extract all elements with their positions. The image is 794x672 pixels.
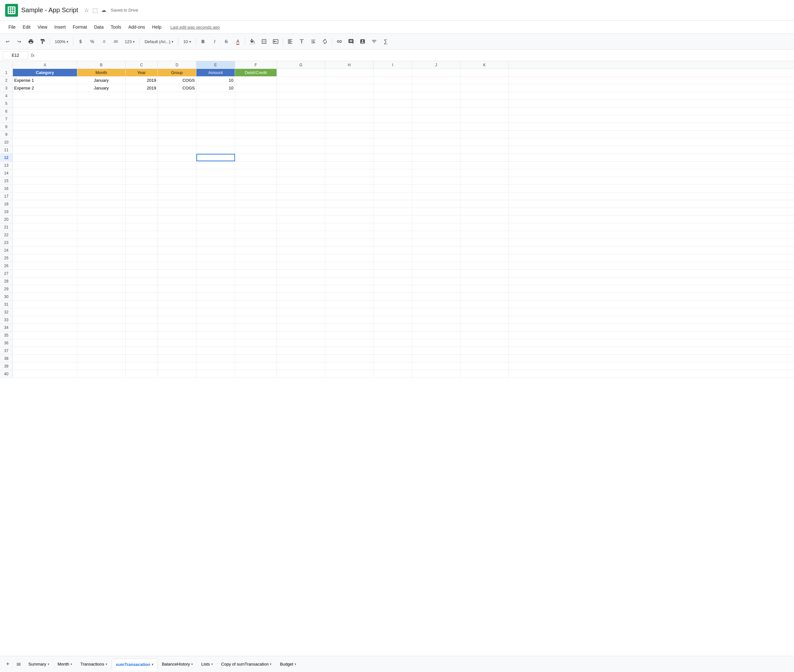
sheet-tab-month-arrow[interactable]: ▾ [71,662,72,666]
percent-button[interactable]: % [87,36,97,46]
col-header-b[interactable]: B [77,61,125,69]
cell-e3[interactable]: 10 [196,84,235,92]
text-color-button[interactable]: A [233,36,243,46]
menu-help[interactable]: Help [149,23,165,31]
currency-button[interactable]: $ [75,36,86,46]
link-button[interactable] [334,36,345,46]
cell-a4[interactable] [13,92,77,99]
cell-e2[interactable]: 10 [196,77,235,84]
star-icon[interactable]: ☆ [84,7,89,14]
redo-button[interactable]: ↪ [14,36,24,46]
col-header-g[interactable]: G [277,61,325,69]
cell-g3[interactable] [277,84,325,92]
col-header-e[interactable]: E [196,61,235,69]
menu-file[interactable]: File [5,23,19,31]
col-header-c[interactable]: C [125,61,158,69]
col-header-d[interactable]: D [158,61,196,69]
cell-a3[interactable]: Expense 2 [13,84,77,92]
comment-button[interactable] [346,36,356,46]
cell-i1[interactable] [374,69,412,76]
cell-c3[interactable]: 2019 [125,84,158,92]
menu-tools[interactable]: Tools [107,23,125,31]
cell-g4[interactable] [277,92,325,99]
valign-button[interactable] [297,36,307,46]
more-formats-dropdown[interactable]: 123 ▾ [122,36,138,46]
cell-k3[interactable] [460,84,509,92]
sheet-tab-lists[interactable]: Lists ▾ [197,659,217,670]
cell-i3[interactable] [374,84,412,92]
rotate-button[interactable] [320,36,330,46]
sheet-tab-copy-sumtransacation[interactable]: Copy of sumTransacation ▾ [217,659,276,670]
cell-f1[interactable]: Debit/Credit [235,69,277,76]
bold-button[interactable]: B [198,36,209,46]
folder-icon[interactable]: ⬚ [92,7,98,14]
cell-f2[interactable] [235,77,277,84]
cell-b3[interactable]: January [77,84,125,92]
cell-b2[interactable]: January [77,77,125,84]
cell-reference-input[interactable]: E12 [3,51,28,59]
zoom-dropdown[interactable]: 100% ▾ [52,36,71,46]
cell-h3[interactable] [325,84,374,92]
cell-e1[interactable]: Amount [196,69,235,76]
sheet-tab-budget-arrow[interactable]: ▾ [295,662,296,666]
font-size-dropdown[interactable]: 10 ▾ [180,36,194,46]
cell-c4[interactable] [125,92,158,99]
all-sheets-menu-button[interactable] [13,659,24,669]
sheet-tab-summary[interactable]: Summary ▾ [24,659,53,670]
fill-color-button[interactable] [247,36,258,46]
sheet-tab-transactions-arrow[interactable]: ▾ [106,662,107,666]
add-sheet-button[interactable]: + [3,659,13,669]
sheet-tab-budget[interactable]: Budget ▾ [276,659,300,670]
sheet-tab-summary-arrow[interactable]: ▾ [48,662,49,666]
sheet-tab-copy-sumtransacation-arrow[interactable]: ▾ [270,662,271,666]
strikethrough-button[interactable]: S [221,36,231,46]
sheet-tab-balancehistory[interactable]: BalanceHistory ▾ [158,659,197,670]
col-header-h[interactable]: H [325,61,374,69]
formula-input[interactable] [37,51,791,59]
cell-i2[interactable] [374,77,412,84]
cell-f3[interactable] [235,84,277,92]
menu-edit[interactable]: Edit [20,23,34,31]
sheet-tab-lists-arrow[interactable]: ▾ [211,662,213,666]
print-button[interactable] [26,36,36,46]
undo-button[interactable]: ↩ [3,36,13,46]
menu-addons[interactable]: Add-ons [125,23,148,31]
cell-j3[interactable] [412,84,460,92]
font-dropdown[interactable]: Default (Ari...) ▾ [142,36,176,46]
borders-button[interactable] [259,36,269,46]
cell-a2[interactable]: Expense 1 [13,77,77,84]
col-header-k[interactable]: K [460,61,509,69]
cell-d2[interactable]: COGS [158,77,196,84]
sheet-tab-month[interactable]: Month ▾ [54,659,76,670]
sheet-tab-sumtransacation[interactable]: sumTransacation ▾ [112,659,157,670]
dec-two-button[interactable]: .00 [110,36,120,46]
function-button[interactable]: ∑ [380,36,391,46]
col-header-i[interactable]: I [374,61,412,69]
cell-c2[interactable]: 2019 [125,77,158,84]
cell-j2[interactable] [412,77,460,84]
wrap-button[interactable] [308,36,318,46]
cell-b1[interactable]: Month [77,69,125,76]
cell-e4[interactable] [196,92,235,99]
sheet-tab-sumtransacation-arrow[interactable]: ▾ [152,663,153,666]
cell-j1[interactable] [412,69,460,76]
halign-button[interactable] [285,36,295,46]
cell-k2[interactable] [460,77,509,84]
cell-d4[interactable] [158,92,196,99]
sheet-tab-transactions[interactable]: Transactions ▾ [77,659,111,670]
sheet-tab-balancehistory-arrow[interactable]: ▾ [191,662,193,666]
col-header-j[interactable]: J [412,61,460,69]
dec-zero-button[interactable]: .0 [98,36,109,46]
cell-c1[interactable]: Year [125,69,158,76]
cell-d3[interactable]: COGS [158,84,196,92]
col-header-a[interactable]: A [13,61,77,69]
cell-g1[interactable] [277,69,325,76]
paint-format-button[interactable] [37,36,48,46]
cell-f4[interactable] [235,92,277,99]
cell-k1[interactable] [460,69,509,76]
menu-insert[interactable]: Insert [51,23,69,31]
cell-d1[interactable]: Group [158,69,196,76]
menu-data[interactable]: Data [91,23,107,31]
menu-view[interactable]: View [34,23,51,31]
cell-a1[interactable]: Category [13,69,77,76]
